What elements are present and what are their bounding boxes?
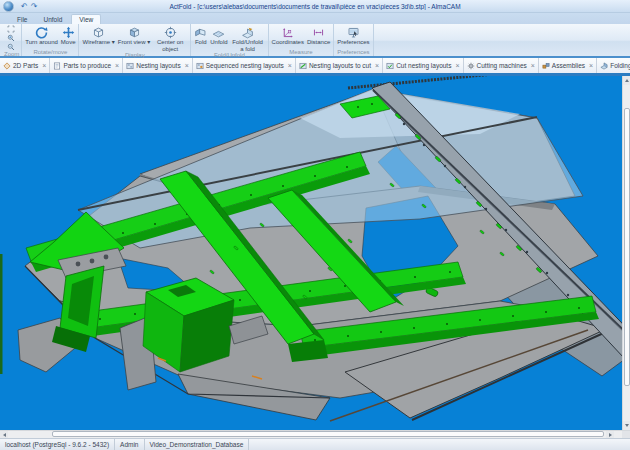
zoom-out-button[interactable] bbox=[5, 43, 16, 51]
cut-nesting-icon bbox=[386, 62, 394, 70]
tab-nesting-layouts-to-cut[interactable]: Nesting layouts to cut× bbox=[296, 58, 383, 73]
fold-button[interactable]: Fold bbox=[193, 25, 208, 52]
close-icon[interactable]: × bbox=[455, 62, 459, 69]
zoom-fit-icon bbox=[7, 25, 15, 33]
vertical-scrollbar[interactable] bbox=[622, 76, 630, 430]
ribbon-tab-unfold[interactable]: Unfold bbox=[36, 15, 69, 24]
zoom-out-icon bbox=[7, 43, 15, 51]
tab-parts-to-produce[interactable]: Parts to produce× bbox=[50, 58, 123, 73]
zoom-in-button[interactable] bbox=[5, 34, 16, 42]
nesting-layouts-icon bbox=[126, 62, 134, 70]
tab-folding-parts[interactable]: Folding parts× bbox=[597, 58, 630, 73]
preferences-button[interactable]: Preferences bbox=[336, 25, 370, 49]
scrollbar-corner bbox=[622, 431, 630, 438]
parts-2d-icon bbox=[3, 62, 11, 70]
fold-unfold-a-fold-button[interactable]: Fold/Unfold a fold bbox=[230, 25, 266, 52]
horizontal-scrollbar-row bbox=[0, 430, 630, 438]
model-3d-sheet-metal bbox=[0, 76, 622, 430]
center-on-object-button[interactable]: Center on object bbox=[152, 25, 188, 52]
move-label: Move bbox=[61, 39, 76, 46]
scroll-down-arrow[interactable] bbox=[623, 421, 630, 430]
close-icon[interactable]: × bbox=[115, 62, 119, 69]
tab-sequenced-nesting-layouts[interactable]: Sequenced nesting layouts× bbox=[193, 58, 296, 73]
scroll-left-arrow[interactable] bbox=[0, 431, 8, 438]
dropdown-arrow-icon: ▾ bbox=[147, 39, 150, 45]
actfold-window: ↶ ↷ ActFold - [c:\users\alebas\documents… bbox=[0, 0, 630, 450]
status-user: Admin bbox=[115, 439, 144, 450]
group-label-measure: Measure bbox=[271, 49, 332, 56]
ribbon-tab-view[interactable]: View bbox=[71, 14, 101, 24]
document-tab-bar: 2D Parts× Parts to produce× Nesting layo… bbox=[0, 58, 630, 73]
coordinates-icon bbox=[281, 26, 294, 39]
ribbon-tab-strip: File Unfold View bbox=[0, 13, 630, 24]
front-view-icon bbox=[128, 26, 141, 39]
group-label-preferences: Preferences bbox=[336, 49, 370, 56]
preferences-label: Preferences bbox=[337, 39, 369, 46]
vertical-scroll-thumb[interactable] bbox=[624, 108, 630, 386]
status-bar: localhost (PostgreSql - 9.6.2 - 5432) Ad… bbox=[0, 438, 630, 450]
close-icon[interactable]: × bbox=[288, 62, 292, 69]
unfold-label: Unfold bbox=[210, 39, 227, 46]
coordinates-label: Coordinates bbox=[272, 39, 304, 46]
cutting-machines-icon bbox=[467, 62, 475, 70]
fold-unfold-a-fold-label: Fold/Unfold a fold bbox=[231, 39, 265, 52]
front-view-label: Front view ▾ bbox=[118, 39, 150, 46]
group-label-zoom: Zoom bbox=[4, 51, 19, 58]
zoom-in-icon bbox=[7, 34, 15, 42]
horizontal-scroll-thumb[interactable] bbox=[52, 431, 604, 437]
center-on-object-icon bbox=[164, 26, 177, 39]
ribbon-group-zoom: Zoom bbox=[2, 24, 22, 56]
close-icon[interactable]: × bbox=[42, 62, 46, 69]
tab-nesting-layouts[interactable]: Nesting layouts× bbox=[123, 58, 193, 73]
distance-button[interactable]: Distance bbox=[306, 25, 331, 49]
sequenced-nesting-icon bbox=[196, 62, 204, 70]
wireframe-button[interactable]: Wireframe ▾ bbox=[81, 25, 115, 52]
viewport-3d[interactable] bbox=[0, 76, 630, 430]
folding-parts-icon bbox=[600, 62, 608, 70]
tab-cutting-machines[interactable]: Cutting machines× bbox=[464, 58, 539, 73]
move-icon bbox=[62, 26, 75, 39]
status-database-server: localhost (PostgreSql - 9.6.2 - 5432) bbox=[0, 439, 115, 450]
turn-around-button[interactable]: Turn around bbox=[24, 25, 58, 49]
ribbon-group-measure: Coordinates Distance Measure bbox=[269, 24, 335, 56]
distance-label: Distance bbox=[307, 39, 330, 46]
horizontal-scrollbar[interactable] bbox=[0, 431, 622, 438]
fold-icon bbox=[194, 26, 207, 39]
wireframe-label: Wireframe ▾ bbox=[82, 39, 114, 46]
nesting-to-cut-icon bbox=[299, 62, 307, 70]
parts-to-produce-icon bbox=[53, 62, 61, 70]
scroll-up-arrow[interactable] bbox=[623, 76, 630, 85]
fold-label: Fold bbox=[195, 39, 207, 46]
move-button[interactable]: Move bbox=[60, 25, 77, 49]
ribbon: Zoom Turn around Move Rotate/move Wirefr… bbox=[0, 24, 630, 58]
turn-around-label: Turn around bbox=[25, 39, 57, 46]
zoom-fit-button[interactable] bbox=[5, 25, 16, 33]
tab-2d-parts[interactable]: 2D Parts× bbox=[0, 58, 50, 73]
dropdown-arrow-icon: ▾ bbox=[112, 39, 115, 45]
ribbon-group-display: Wireframe ▾ Front view ▾ Center on objec… bbox=[79, 24, 191, 56]
distance-icon bbox=[312, 26, 325, 39]
window-title: ActFold - [c:\users\alebas\documents\doc… bbox=[0, 3, 630, 10]
close-icon[interactable]: × bbox=[185, 62, 189, 69]
front-view-button[interactable]: Front view ▾ bbox=[117, 25, 151, 52]
close-icon[interactable]: × bbox=[589, 62, 593, 69]
turn-around-icon bbox=[35, 26, 48, 39]
scroll-right-arrow[interactable] bbox=[606, 431, 614, 438]
tab-assemblies[interactable]: Assemblies× bbox=[539, 58, 597, 73]
wireframe-icon bbox=[92, 26, 105, 39]
ribbon-tab-file[interactable]: File bbox=[10, 15, 34, 24]
fold-unfold-a-fold-icon bbox=[241, 26, 254, 39]
close-icon[interactable]: × bbox=[531, 62, 535, 69]
ribbon-group-preferences: Preferences Preferences bbox=[334, 24, 373, 56]
close-icon[interactable]: × bbox=[375, 62, 379, 69]
ribbon-group-rotate-move: Turn around Move Rotate/move bbox=[22, 24, 79, 56]
center-on-object-label: Center on object bbox=[153, 39, 187, 52]
title-bar: ↶ ↷ ActFold - [c:\users\alebas\documents… bbox=[0, 0, 630, 13]
preferences-icon bbox=[347, 26, 360, 39]
group-label-rotate-move: Rotate/move bbox=[24, 49, 76, 56]
assemblies-icon bbox=[542, 62, 550, 70]
unfold-icon bbox=[212, 26, 225, 39]
tab-cut-nesting-layouts[interactable]: Cut nesting layouts× bbox=[383, 58, 463, 73]
coordinates-button[interactable]: Coordinates bbox=[271, 25, 305, 49]
unfold-button[interactable]: Unfold bbox=[209, 25, 228, 52]
